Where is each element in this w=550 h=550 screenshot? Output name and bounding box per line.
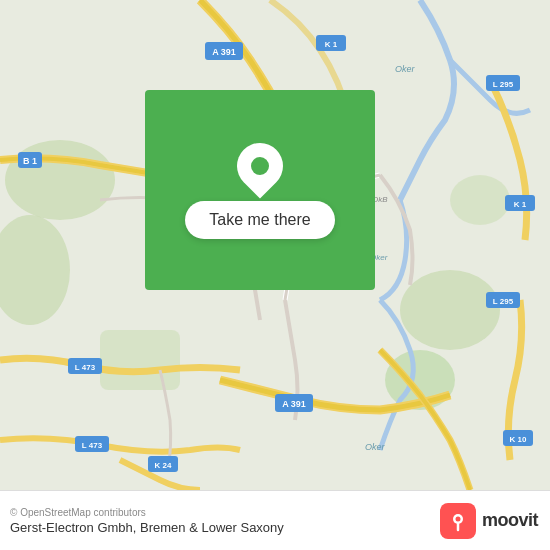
moovit-text: moovit <box>482 510 538 531</box>
svg-text:K 1: K 1 <box>325 40 338 49</box>
svg-text:L 473: L 473 <box>82 441 103 450</box>
pin-outer <box>227 133 292 198</box>
svg-point-3 <box>400 270 500 350</box>
svg-text:K 1: K 1 <box>514 200 527 209</box>
osm-credit: © OpenStreetMap contributors <box>10 507 284 518</box>
moovit-icon <box>440 503 476 539</box>
svg-text:A 391: A 391 <box>212 47 236 57</box>
pin-inner <box>251 157 269 175</box>
svg-point-5 <box>450 175 510 225</box>
svg-text:K 10: K 10 <box>510 435 527 444</box>
svg-text:L 295: L 295 <box>493 297 514 306</box>
svg-text:Oker: Oker <box>365 442 386 452</box>
svg-rect-6 <box>100 330 180 390</box>
svg-text:L 473: L 473 <box>75 363 96 372</box>
svg-text:L 295: L 295 <box>493 80 514 89</box>
svg-text:B 1: B 1 <box>23 156 37 166</box>
moovit-logo[interactable]: moovit <box>440 503 538 539</box>
svg-point-39 <box>455 516 460 521</box>
map-container: A 391 K 1 B 1 Oker L 295 K 1 OkB Oker Ok… <box>0 0 550 490</box>
svg-text:A 391: A 391 <box>282 399 306 409</box>
take-me-there-button[interactable]: Take me there <box>185 201 334 239</box>
location-title: Gerst-Electron Gmbh, Bremen & Lower Saxo… <box>10 520 284 535</box>
location-card: Take me there <box>145 90 375 290</box>
bottom-left: © OpenStreetMap contributors Gerst-Elect… <box>10 507 284 535</box>
svg-text:Oker: Oker <box>395 64 416 74</box>
location-pin <box>235 141 285 191</box>
svg-text:K 24: K 24 <box>155 461 172 470</box>
bottom-bar: © OpenStreetMap contributors Gerst-Elect… <box>0 490 550 550</box>
